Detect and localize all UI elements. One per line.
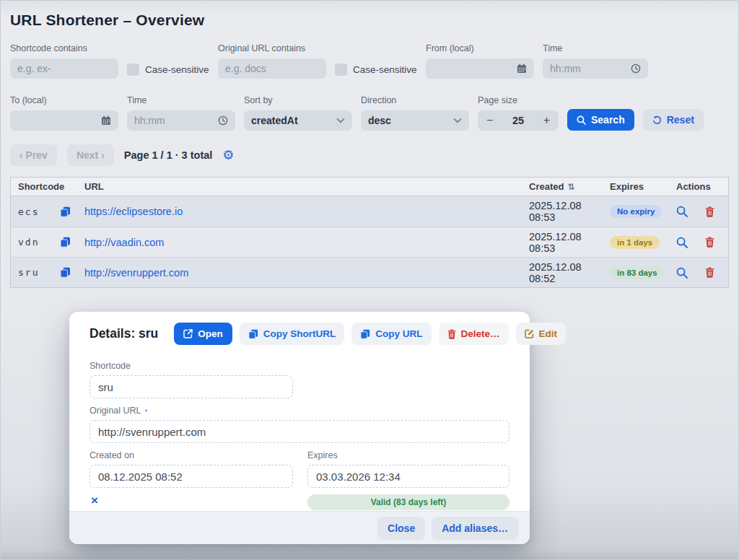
copy-shortcode-icon[interactable] — [60, 237, 84, 248]
case-sensitive-shortcode[interactable]: Case-sensitive — [127, 60, 209, 79]
url-link[interactable]: https://eclipsestore.io — [84, 206, 183, 217]
sort-arrows-icon: ⇅ — [567, 182, 574, 192]
external-link-icon — [183, 329, 193, 338]
search-button-label: Search — [591, 114, 625, 126]
direction-label: Direction — [361, 95, 469, 106]
expires-badge: No expiry — [610, 205, 662, 218]
delete-trash-icon[interactable] — [705, 237, 714, 248]
from-time-field: Time — [543, 43, 648, 79]
gear-icon[interactable]: ⚙ — [222, 149, 234, 162]
required-dot: · — [145, 407, 149, 414]
expires-badge: in 1 days — [610, 236, 660, 249]
to-time-input[interactable] — [134, 115, 214, 126]
created-cell: 2025.12.08 08:53 — [529, 200, 610, 223]
original-url-filter-input[interactable] — [225, 63, 319, 74]
open-button[interactable]: Open — [174, 323, 232, 345]
sort-by-value: createdAt — [251, 115, 298, 126]
reset-icon — [652, 115, 662, 125]
page-size-label: Page size — [478, 95, 559, 106]
original-url-filter-label: Original URL contains — [218, 43, 326, 54]
to-date-input[interactable] — [17, 115, 97, 126]
direction-select[interactable]: desc — [361, 110, 469, 131]
next-page-button[interactable]: Next › — [67, 144, 114, 166]
delete-button[interactable]: Delete… — [439, 323, 509, 345]
increment-button[interactable]: + — [543, 115, 550, 126]
original-url-filter-field: Original URL contains — [218, 43, 326, 79]
chevron-down-icon — [336, 118, 345, 123]
case-sensitive-url[interactable]: Case-sensitive — [335, 60, 417, 79]
clear-expiry-icon[interactable]: × — [89, 494, 100, 507]
url-link[interactable]: http://vaadin.com — [84, 237, 164, 248]
from-date-input[interactable] — [433, 63, 512, 74]
search-button[interactable]: Search — [567, 109, 634, 131]
copy-url-label: Copy URL — [375, 328, 422, 339]
to-time-label: Time — [127, 95, 235, 106]
original-url-field[interactable] — [89, 420, 510, 443]
table-row: vdn http://vaadin.com 2025.12.08 08:53 i… — [11, 227, 728, 257]
col-expires: Expires — [610, 181, 676, 192]
from-time-input[interactable] — [550, 63, 626, 74]
shortcode-filter-input[interactable] — [17, 63, 111, 74]
page-size-stepper: − 25 + — [478, 110, 559, 131]
case-sensitive-label: Case-sensitive — [145, 64, 209, 75]
pencil-icon — [525, 329, 534, 338]
details-search-icon[interactable] — [676, 237, 688, 248]
from-date-label: From (local) — [426, 43, 534, 54]
validity-badge: Valid (83 days left) — [307, 494, 510, 510]
col-shortcode: Shortcode — [18, 181, 60, 192]
clock-icon[interactable] — [631, 64, 641, 74]
created-on-field[interactable] — [89, 465, 293, 488]
page-size-value: 25 — [512, 115, 524, 126]
details-modal: Details: sru Open Copy ShortURL Copy URL… — [69, 312, 530, 544]
close-button[interactable]: Close — [377, 517, 425, 540]
edit-button[interactable]: Edit — [516, 323, 567, 345]
reset-button-label: Reset — [667, 114, 694, 126]
page-size-field: Page size − 25 + — [478, 95, 559, 131]
links-table: Shortcode URL Created⇅ Expires Actions e… — [10, 177, 729, 288]
sort-by-label: Sort by — [244, 95, 352, 106]
sort-by-select[interactable]: createdAt — [244, 110, 352, 131]
expires-field[interactable] — [307, 465, 510, 488]
delete-trash-icon[interactable] — [705, 206, 714, 217]
shortcode-cell: vdn — [18, 237, 60, 248]
filter-row-2: To (local) Time Sort by createdAt Direct… — [10, 95, 704, 131]
col-created-sortable[interactable]: Created⇅ — [529, 181, 610, 192]
shortcode-filter-field: Shortcode contains — [10, 43, 118, 79]
col-actions: Actions — [676, 181, 728, 192]
prev-page-button[interactable]: ‹ Prev — [10, 144, 57, 166]
shortcode-cell: sru — [18, 267, 60, 278]
modal-header: Details: sru Open Copy ShortURL Copy URL… — [69, 312, 530, 349]
details-search-icon[interactable] — [676, 267, 688, 279]
to-time-field: Time — [127, 95, 235, 131]
copy-shorturl-label: Copy ShortURL — [263, 328, 336, 339]
table-header-row: Shortcode URL Created⇅ Expires Actions — [11, 178, 728, 196]
created-cell: 2025.12.08 08:52 — [529, 261, 610, 284]
details-search-icon[interactable] — [676, 206, 688, 217]
direction-value: desc — [368, 115, 391, 126]
shortcode-field[interactable] — [89, 375, 293, 398]
clock-icon[interactable] — [218, 115, 228, 126]
copy-shortcode-icon[interactable] — [60, 267, 84, 278]
shortcode-cell: ecs — [18, 206, 60, 217]
copy-icon — [248, 329, 258, 339]
page-title: URL Shortener – Overview — [10, 12, 204, 29]
delete-trash-icon[interactable] — [705, 267, 714, 278]
reset-button[interactable]: Reset — [643, 109, 704, 131]
checkbox-icon[interactable] — [335, 64, 347, 76]
copy-shortcode-icon[interactable] — [60, 206, 84, 217]
copy-url-button[interactable]: Copy URL — [351, 323, 431, 345]
sort-by-field: Sort by createdAt — [244, 95, 352, 131]
to-date-label: To (local) — [10, 95, 118, 106]
decrement-button[interactable]: − — [486, 115, 493, 126]
url-link[interactable]: http://svenruppert.com — [84, 267, 188, 279]
page-status: Page 1 / 1 · 3 total — [124, 149, 213, 161]
case-sensitive-label: Case-sensitive — [353, 64, 417, 75]
chevron-down-icon — [453, 118, 462, 123]
table-row: ecs https://eclipsestore.io 2025.12.08 0… — [11, 196, 728, 227]
calendar-icon[interactable] — [517, 64, 527, 74]
add-aliases-button[interactable]: Add aliases… — [432, 517, 518, 540]
search-icon — [577, 115, 586, 125]
checkbox-icon[interactable] — [127, 64, 139, 76]
calendar-icon[interactable] — [101, 115, 111, 126]
copy-shorturl-button[interactable]: Copy ShortURL — [240, 323, 345, 345]
